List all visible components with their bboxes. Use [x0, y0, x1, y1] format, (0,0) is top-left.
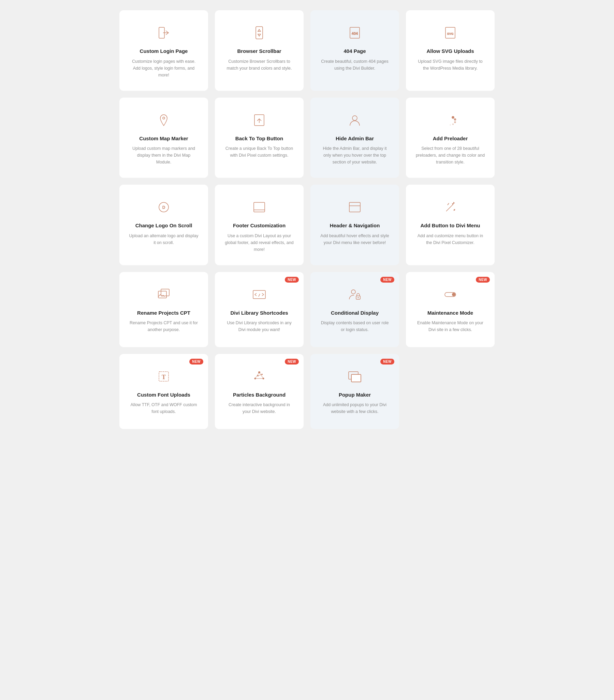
custom-map-marker-icon: [155, 111, 172, 129]
card-add-preloader[interactable]: Add Preloader Select from one of 28 beau…: [406, 98, 495, 178]
svg-point-23: [351, 290, 356, 294]
card-hide-admin-bar[interactable]: Hide Admin Bar Hide the Admin Bar, and d…: [310, 98, 399, 178]
divi-library-shortcodes-desc: Use Divi Library shortcodes in any Divi …: [225, 320, 294, 333]
svg-point-25: [358, 297, 359, 298]
svg-text:T: T: [162, 374, 166, 380]
custom-map-marker-desc: Upload custom map markers and display th…: [129, 145, 199, 165]
add-button-divi-menu-title: Add Button to Divi Menu: [421, 222, 480, 229]
404-page-title: 404 Page: [344, 48, 366, 54]
particles-background-title: Particles Background: [233, 391, 285, 398]
badge-new: NEW: [285, 359, 299, 364]
rename-projects-cpt-title: Rename Projects CPT: [137, 310, 190, 316]
back-to-top-button-desc: Create a unique Back To Top button with …: [225, 145, 294, 159]
svg-point-11: [455, 122, 456, 123]
404-page-desc: Create beautiful, custom 404 pages using…: [320, 58, 389, 72]
card-rename-projects-cpt[interactable]: Rename Projects CPT Rename Projects CPT …: [119, 272, 208, 347]
header-navigation-desc: Add beautiful hover effects and style yo…: [320, 233, 389, 246]
custom-font-uploads-icon: T: [155, 367, 172, 385]
divi-library-shortcodes-title: Divi Library Shortcodes: [230, 310, 288, 316]
footer-customization-icon: [251, 198, 268, 216]
card-custom-map-marker[interactable]: Custom Map Marker Upload custom map mark…: [119, 98, 208, 178]
svg-point-27: [452, 293, 456, 296]
add-preloader-desc: Select from one of 28 beautiful preloade…: [415, 145, 485, 165]
card-custom-font-uploads[interactable]: NEW T Custom Font Uploads Allow TTF, OTF…: [119, 354, 208, 429]
svg-rect-16: [254, 202, 265, 212]
svg-text:D: D: [162, 205, 165, 210]
back-to-top-button-title: Back To Top Button: [235, 135, 283, 142]
svg-point-12: [453, 124, 454, 125]
card-conditional-display[interactable]: NEW Conditional Display Display contents…: [310, 272, 399, 347]
svg-point-10: [455, 118, 456, 120]
footer-customization-title: Footer Customization: [233, 222, 285, 229]
custom-login-page-title: Custom Login Page: [140, 48, 188, 54]
svg-line-36: [259, 372, 263, 378]
svg-rect-1: [256, 27, 263, 39]
custom-map-marker-title: Custom Map Marker: [139, 135, 188, 142]
card-popup-maker[interactable]: NEW Popup Maker Add unlimited popups to …: [310, 354, 399, 429]
card-footer-customization[interactable]: Footer Customization Use a custom Divi L…: [215, 185, 304, 265]
custom-login-page-desc: Customize login pages with ease. Add log…: [129, 58, 199, 78]
maintenance-mode-icon: [442, 286, 459, 303]
hide-admin-bar-desc: Hide the Admin Bar, and display it only …: [320, 145, 389, 165]
svg-point-9: [452, 116, 454, 118]
maintenance-mode-title: Maintenance Mode: [427, 310, 473, 316]
svg-text:SVG: SVG: [447, 32, 453, 36]
allow-svg-uploads-icon: SVG: [442, 24, 459, 42]
browser-scrollbar-title: Browser Scrollbar: [237, 48, 281, 54]
divi-library-shortcodes-icon: [251, 286, 268, 303]
header-navigation-icon: [346, 198, 363, 216]
svg-point-8: [353, 116, 357, 121]
svg-point-6: [163, 117, 165, 119]
particles-background-icon: [251, 367, 268, 385]
card-change-logo-on-scroll[interactable]: D Change Logo On Scroll Upload an altern…: [119, 185, 208, 265]
rename-projects-cpt-desc: Rename Projects CPT and use it for anoth…: [129, 320, 199, 333]
conditional-display-icon: [346, 286, 363, 303]
badge-new: NEW: [380, 277, 394, 283]
custom-font-uploads-desc: Allow TTF, OTF and WOFF custom font uplo…: [129, 401, 199, 415]
svg-rect-21: [161, 289, 169, 296]
404-page-icon: 404: [346, 24, 363, 42]
card-browser-scrollbar[interactable]: Browser Scrollbar Customize Browser Scro…: [215, 10, 304, 91]
badge-new: NEW: [476, 277, 490, 283]
rename-projects-cpt-icon: [155, 286, 172, 303]
card-divi-library-shortcodes[interactable]: NEW Divi Library Shortcodes Use Divi Lib…: [215, 272, 304, 347]
hide-admin-bar-title: Hide Admin Bar: [336, 135, 374, 142]
badge-new: NEW: [189, 359, 203, 364]
browser-scrollbar-icon: [251, 24, 268, 42]
svg-rect-40: [351, 374, 361, 382]
add-preloader-title: Add Preloader: [433, 135, 468, 142]
card-particles-background[interactable]: NEW Particles Background Create interact…: [215, 354, 304, 429]
conditional-display-title: Conditional Display: [331, 310, 379, 316]
card-404-page[interactable]: 404 404 Page Create beautiful, custom 40…: [310, 10, 399, 91]
badge-new: NEW: [380, 359, 394, 364]
particles-background-desc: Create interactive background in your Di…: [225, 401, 294, 415]
svg-rect-20: [158, 291, 166, 298]
add-button-divi-menu-icon: [442, 198, 459, 216]
change-logo-on-scroll-desc: Upload an alternate logo and display it …: [129, 233, 199, 246]
card-custom-login-page[interactable]: Custom Login Page Customize login pages …: [119, 10, 208, 91]
allow-svg-uploads-title: Allow SVG Uploads: [426, 48, 474, 54]
conditional-display-desc: Display contents based on user role or l…: [320, 320, 389, 333]
allow-svg-uploads-desc: Upload SVG image files directly to the W…: [415, 58, 485, 72]
change-logo-on-scroll-icon: D: [155, 198, 172, 216]
maintenance-mode-desc: Enable Maintenance Mode on your Divi sit…: [415, 320, 485, 333]
svg-text:404: 404: [352, 32, 358, 36]
card-allow-svg-uploads[interactable]: SVG Allow SVG Uploads Upload SVG image f…: [406, 10, 495, 91]
custom-login-page-icon: [155, 24, 172, 42]
card-add-button-divi-menu[interactable]: Add Button to Divi Menu Add and customiz…: [406, 185, 495, 265]
badge-new: NEW: [285, 277, 299, 283]
svg-rect-18: [349, 202, 360, 212]
card-maintenance-mode[interactable]: NEW Maintenance Mode Enable Maintenance …: [406, 272, 495, 347]
popup-maker-icon: [346, 367, 363, 385]
footer-customization-desc: Use a custom Divi Layout as your global …: [225, 233, 294, 253]
add-button-divi-menu-desc: Add and customize menu button in the Div…: [415, 233, 485, 246]
popup-maker-desc: Add unlimited popups to your Divi websit…: [320, 401, 389, 415]
header-navigation-title: Header & Navigation: [330, 222, 380, 229]
card-back-to-top-button[interactable]: Back To Top Button Create a unique Back …: [215, 98, 304, 178]
hide-admin-bar-icon: [346, 111, 363, 129]
features-grid: Custom Login Page Customize login pages …: [119, 10, 495, 429]
back-to-top-button-icon: [251, 111, 268, 129]
change-logo-on-scroll-title: Change Logo On Scroll: [136, 222, 192, 229]
browser-scrollbar-desc: Customize Browser Scrollbars to match yo…: [225, 58, 294, 72]
card-header-navigation[interactable]: Header & Navigation Add beautiful hover …: [310, 185, 399, 265]
